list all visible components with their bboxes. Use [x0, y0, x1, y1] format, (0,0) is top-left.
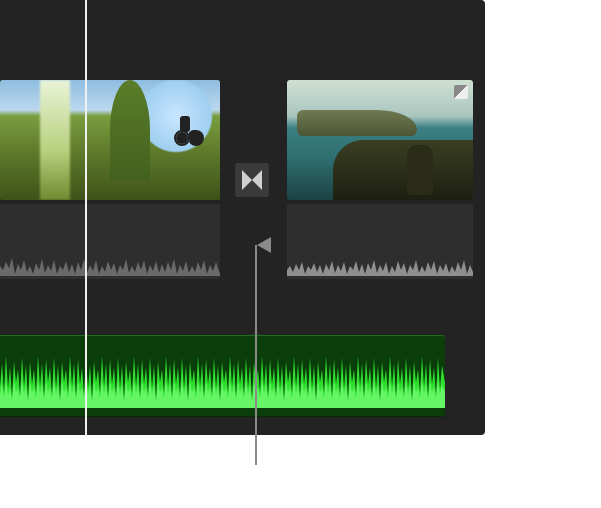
- waveform-icon: [287, 248, 473, 276]
- person-silhouette-icon: [407, 145, 433, 195]
- waveform-icon: [0, 344, 445, 408]
- clip-2-audio[interactable]: [287, 204, 473, 279]
- callout-line: [255, 245, 257, 465]
- video-clip-2[interactable]: [287, 80, 473, 200]
- clip-1-audio[interactable]: [0, 204, 220, 279]
- transition-icon: [242, 170, 262, 190]
- waveform-icon: [0, 248, 220, 276]
- clip-thumbnail: [0, 80, 220, 200]
- timeline-panel[interactable]: [0, 0, 485, 435]
- clip-thumbnail: [287, 80, 473, 200]
- biker-icon: [172, 116, 202, 146]
- video-clip-1[interactable]: [0, 80, 220, 200]
- audio-track[interactable]: [0, 335, 445, 417]
- transition-button[interactable]: [235, 163, 269, 197]
- callout-arrow-icon: [257, 237, 271, 253]
- fade-handle[interactable]: [454, 85, 468, 99]
